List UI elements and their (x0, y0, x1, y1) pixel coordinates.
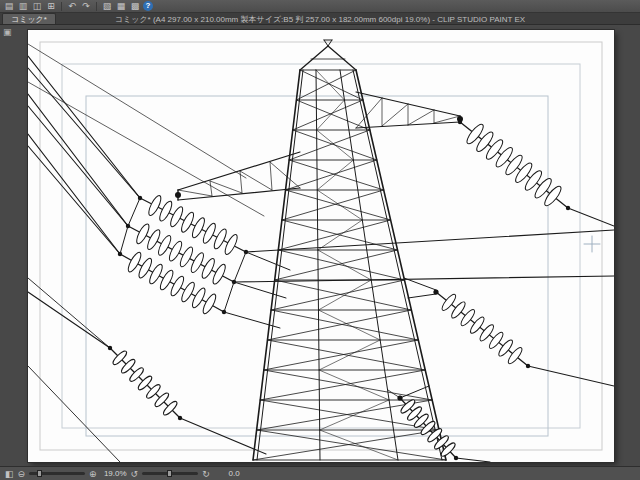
command-bar: ▤ ▥ ◫ ⊞ ↶ ↷ ▧ ▦ ▩ ? (0, 0, 640, 13)
help-icon[interactable]: ? (143, 1, 153, 11)
redo-icon[interactable]: ↷ (80, 1, 92, 12)
zoom-value: 19.0% (101, 469, 127, 478)
export-icon[interactable]: ⊞ (45, 1, 57, 12)
clip-studio-window: ▤ ▥ ◫ ⊞ ↶ ↷ ▧ ▦ ▩ ? コミック* (A4 297.00 x 2… (0, 0, 640, 480)
rotate-right-icon[interactable]: ↻ (202, 468, 210, 480)
document-tab[interactable]: コミック* (2, 13, 56, 24)
tab-bar: コミック* (A4 297.00 x 210.00mm 製本サイズ:B5 判 2… (0, 13, 640, 25)
new-canvas-icon[interactable]: ▤ (3, 1, 15, 12)
rotation-slider[interactable] (142, 472, 198, 475)
save-icon[interactable]: ◫ (31, 1, 43, 12)
zoom-slider-knob[interactable] (37, 470, 42, 477)
undo-icon[interactable]: ↶ (66, 1, 78, 12)
grid-icon[interactable]: ▩ (129, 1, 141, 12)
snap-icon[interactable]: ▦ (115, 1, 127, 12)
deselect-icon[interactable]: ▧ (101, 1, 113, 12)
toolbar-separator (61, 2, 62, 11)
rotation-value: 0.0 (214, 469, 240, 478)
page-nav-icon[interactable]: ▣ (3, 27, 12, 37)
document-title: コミック* (A4 297.00 x 210.00mm 製本サイズ:B5 判 2… (0, 14, 640, 25)
canvas-page[interactable] (28, 30, 614, 462)
toolbar-separator (96, 2, 97, 11)
rotation-slider-knob[interactable] (167, 470, 172, 477)
zoom-in-icon[interactable]: ⊕ (89, 468, 97, 480)
zoom-slider[interactable] (29, 472, 85, 475)
canvas-artwork (28, 30, 614, 462)
zoom-out-icon[interactable]: ⊖ (18, 468, 26, 480)
status-bar: ◧ ⊖ ⊕ 19.0% ↺ ↻ 0.0 (0, 466, 640, 480)
open-file-icon[interactable]: ▥ (17, 1, 29, 12)
fit-screen-icon[interactable]: ◧ (5, 468, 14, 480)
canvas-area: ▣ (0, 25, 640, 466)
rotate-left-icon[interactable]: ↺ (131, 468, 139, 480)
